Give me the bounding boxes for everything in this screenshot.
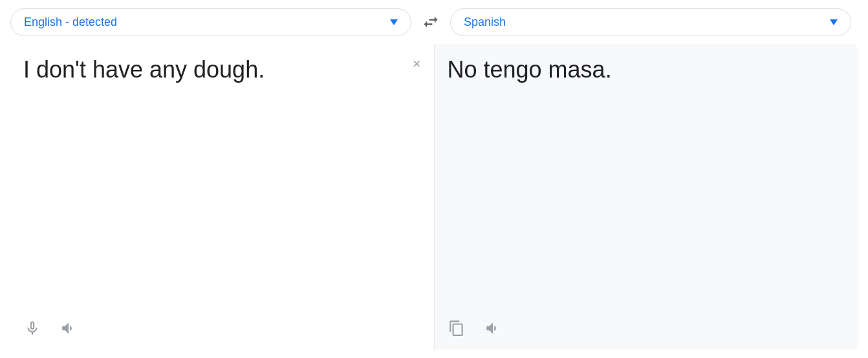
swap-languages-button[interactable] — [417, 8, 445, 36]
target-language-label: Spanish — [464, 16, 506, 29]
output-speaker-button[interactable] — [481, 317, 505, 340]
input-text[interactable]: I don't have any dough. — [23, 54, 381, 86]
swap-icon — [422, 13, 440, 31]
copy-icon — [448, 320, 465, 337]
top-bar: English - detected Spanish — [10, 8, 858, 36]
target-language-selector[interactable]: Spanish — [450, 8, 851, 36]
speaker-button[interactable] — [57, 317, 80, 340]
source-language-label: English - detected — [24, 16, 117, 29]
source-language-chevron-icon — [390, 19, 398, 25]
target-language-chevron-icon — [830, 19, 838, 25]
copy-button[interactable] — [445, 317, 468, 340]
input-panel-actions — [21, 317, 80, 340]
microphone-icon — [24, 320, 41, 337]
speaker-icon — [60, 320, 77, 337]
microphone-button[interactable] — [21, 317, 44, 340]
clear-button[interactable]: × — [410, 54, 424, 74]
output-panel-actions — [445, 317, 505, 340]
output-panel: No tengo masa. — [435, 44, 858, 350]
output-text: No tengo masa. — [448, 54, 845, 86]
source-language-selector[interactable]: English - detected — [10, 8, 411, 36]
translation-panels: I don't have any dough. × No tengo masa. — [10, 44, 858, 350]
output-speaker-icon — [484, 320, 501, 337]
input-panel: I don't have any dough. × — [10, 44, 435, 350]
